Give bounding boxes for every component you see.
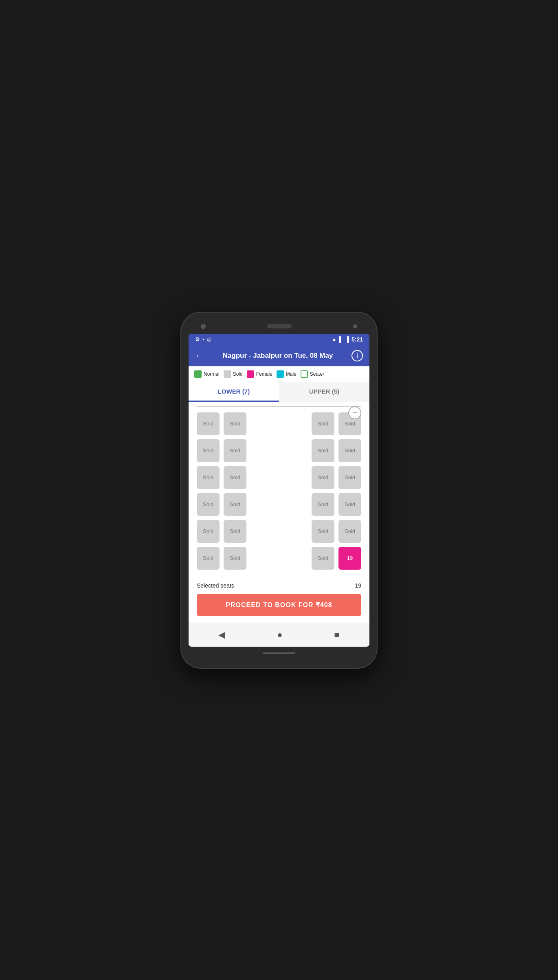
seat-6[interactable]: Sold <box>224 439 246 462</box>
bottom-section: Selected seats 19 PROCEED TO BOOK FOR ₹4… <box>189 578 369 623</box>
seat-grid: Sold Sold Sold Sold Sold Sold <box>197 412 361 570</box>
seat-row: Sold Sold Sold Sold <box>197 520 361 543</box>
home-indicator <box>263 652 295 654</box>
seat-16[interactable]: Sold <box>338 493 361 516</box>
status-bar: ⚙ ▪ ◎ ▲ ▌ ▐ 5:21 <box>189 334 369 345</box>
seat-15[interactable]: Sold <box>312 493 334 516</box>
phone-top-bar <box>189 324 369 334</box>
status-time: 5:21 <box>351 336 363 343</box>
seat-row: Sold Sold Sold Sold <box>197 439 361 462</box>
seat-13[interactable]: Sold <box>197 493 220 516</box>
legend-sold: Sold <box>224 370 243 378</box>
berth-tabs: LOWER (7) UPPER (5) <box>189 382 369 402</box>
seat-group-left: Sold Sold <box>197 412 246 435</box>
seater-color-swatch <box>301 370 308 378</box>
male-label: Male <box>286 371 297 377</box>
seat-group-right: Sold Sold <box>312 520 361 543</box>
seat-7[interactable]: Sold <box>312 439 334 462</box>
globe-icon: ◎ <box>207 336 211 342</box>
normal-label: Normal <box>204 371 220 377</box>
seat-1[interactable]: Sold <box>197 412 220 435</box>
seat-area: − Sold Sold Sold Sold <box>189 402 369 578</box>
status-left-icons: ⚙ ▪ ◎ <box>195 336 211 342</box>
seat-group-right: Sold Sold <box>312 466 361 489</box>
female-color-swatch <box>247 370 254 378</box>
selected-seats-row: Selected seats 19 <box>197 582 361 589</box>
selected-seats-label: Selected seats <box>197 582 234 589</box>
phone-speaker <box>267 324 292 328</box>
minus-button[interactable]: − <box>348 406 361 419</box>
seat-row: Sold Sold Sold Sold <box>197 466 361 489</box>
seat-group-left: Sold Sold <box>197 493 246 516</box>
info-button[interactable]: i <box>351 350 363 361</box>
battery-icon: ▐ <box>345 336 349 342</box>
seat-18[interactable]: Sold <box>224 520 246 543</box>
seat-19[interactable]: Sold <box>312 520 334 543</box>
proceed-button[interactable]: PROCEED TO BOOK FOR ₹408 <box>197 594 361 616</box>
normal-color-swatch <box>194 370 202 378</box>
seat-5[interactable]: Sold <box>197 439 220 462</box>
legend: Normal Sold Female Male Seater <box>189 366 369 382</box>
seat-20[interactable]: Sold <box>338 520 361 543</box>
seat-14[interactable]: Sold <box>224 493 246 516</box>
seat-group-right: Sold Sold <box>312 439 361 462</box>
seat-21[interactable]: Sold <box>197 547 220 570</box>
tab-upper[interactable]: UPPER (5) <box>279 382 369 402</box>
seat-22[interactable]: Sold <box>224 547 246 570</box>
nav-back-button[interactable]: ◀ <box>210 627 233 643</box>
seat-group-right: Sold 19 <box>312 547 361 570</box>
phone-sensor <box>353 324 357 328</box>
seat-group-left: Sold Sold <box>197 466 246 489</box>
legend-male: Male <box>277 370 297 378</box>
seat-17[interactable]: Sold <box>197 520 220 543</box>
legend-normal: Normal <box>194 370 220 378</box>
seat-row: Sold Sold Sold Sold <box>197 493 361 516</box>
nav-home-button[interactable]: ● <box>269 627 290 643</box>
female-label: Female <box>256 371 272 377</box>
phone-bottom-bar <box>189 647 369 656</box>
gear-icon: ⚙ <box>195 336 200 342</box>
divider <box>197 406 361 407</box>
status-right-icons: ▲ ▌ ▐ 5:21 <box>332 336 363 343</box>
seat-24-selected[interactable]: 19 <box>338 547 361 570</box>
seat-group-left: Sold Sold <box>197 520 246 543</box>
seat-row: Sold Sold Sold Sold <box>197 412 361 435</box>
seat-row: Sold Sold Sold 19 <box>197 547 361 570</box>
selected-seats-value: 19 <box>355 582 361 589</box>
phone-shell: ⚙ ▪ ◎ ▲ ▌ ▐ 5:21 ← Nagpur - Jabalpur on … <box>181 313 377 668</box>
seat-group-left: Sold Sold <box>197 439 246 462</box>
nav-recents-button[interactable]: ■ <box>326 627 347 643</box>
tab-lower[interactable]: LOWER (7) <box>189 382 279 402</box>
nav-bar: ◀ ● ■ <box>189 623 369 647</box>
legend-seater: Seater <box>301 370 324 378</box>
seat-8[interactable]: Sold <box>338 439 361 462</box>
back-button[interactable]: ← <box>195 350 204 361</box>
phone-screen: ⚙ ▪ ◎ ▲ ▌ ▐ 5:21 ← Nagpur - Jabalpur on … <box>189 334 369 647</box>
sim-icon: ▪ <box>202 336 204 342</box>
seat-group-right: Sold Sold <box>312 493 361 516</box>
seat-3[interactable]: Sold <box>312 412 334 435</box>
sold-color-swatch <box>224 370 231 378</box>
app-bar-title: Nagpur - Jabalpur on Tue, 08 May <box>209 352 347 360</box>
seat-group-left: Sold Sold <box>197 547 246 570</box>
seater-label: Seater <box>310 371 324 377</box>
seat-10[interactable]: Sold <box>224 466 246 489</box>
seat-12[interactable]: Sold <box>338 466 361 489</box>
app-bar: ← Nagpur - Jabalpur on Tue, 08 May i <box>189 345 369 366</box>
signal-icon: ▌ <box>339 336 343 342</box>
seat-23[interactable]: Sold <box>312 547 334 570</box>
legend-female: Female <box>247 370 272 378</box>
wifi-icon: ▲ <box>332 336 337 342</box>
seat-9[interactable]: Sold <box>197 466 220 489</box>
sold-label: Sold <box>233 371 243 377</box>
seat-2[interactable]: Sold <box>224 412 246 435</box>
seat-11[interactable]: Sold <box>312 466 334 489</box>
male-color-swatch <box>277 370 284 378</box>
phone-camera <box>201 324 206 329</box>
